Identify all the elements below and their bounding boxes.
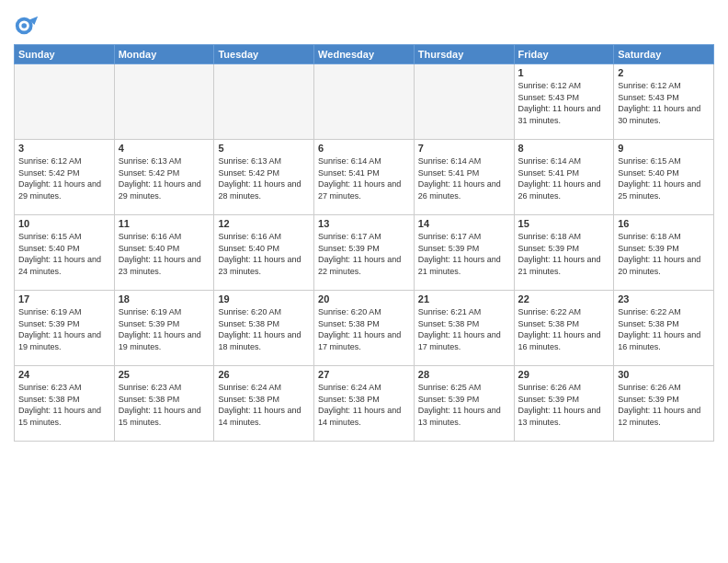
calendar-cell: 1Sunrise: 6:12 AMSunset: 5:43 PMDaylight… bbox=[514, 64, 614, 140]
day-number: 19 bbox=[218, 293, 310, 304]
weekday-header-saturday: Saturday bbox=[614, 45, 714, 64]
calendar-week-4: 17Sunrise: 6:19 AMSunset: 5:39 PMDayligh… bbox=[15, 291, 714, 366]
day-number: 16 bbox=[618, 218, 710, 229]
day-info: Sunrise: 6:20 AMSunset: 5:38 PMDaylight:… bbox=[318, 306, 410, 352]
calendar-cell: 27Sunrise: 6:24 AMSunset: 5:38 PMDayligh… bbox=[314, 366, 415, 442]
calendar-cell: 18Sunrise: 6:19 AMSunset: 5:39 PMDayligh… bbox=[114, 291, 214, 366]
day-info: Sunrise: 6:25 AMSunset: 5:39 PMDaylight:… bbox=[418, 382, 510, 428]
calendar-week-5: 24Sunrise: 6:23 AMSunset: 5:38 PMDayligh… bbox=[15, 366, 714, 442]
calendar-cell: 20Sunrise: 6:20 AMSunset: 5:38 PMDayligh… bbox=[314, 291, 415, 366]
calendar-cell: 19Sunrise: 6:20 AMSunset: 5:38 PMDayligh… bbox=[214, 291, 314, 366]
day-info: Sunrise: 6:18 AMSunset: 5:39 PMDaylight:… bbox=[518, 231, 610, 277]
day-number: 12 bbox=[218, 218, 310, 229]
calendar-cell: 21Sunrise: 6:21 AMSunset: 5:38 PMDayligh… bbox=[414, 291, 514, 366]
day-number: 14 bbox=[418, 218, 510, 229]
calendar-cell: 29Sunrise: 6:26 AMSunset: 5:39 PMDayligh… bbox=[514, 366, 614, 442]
day-number: 24 bbox=[18, 369, 110, 380]
logo bbox=[14, 13, 41, 39]
day-info: Sunrise: 6:24 AMSunset: 5:38 PMDaylight:… bbox=[318, 382, 410, 428]
day-info: Sunrise: 6:13 AMSunset: 5:42 PMDaylight:… bbox=[218, 155, 310, 201]
day-info: Sunrise: 6:19 AMSunset: 5:39 PMDaylight:… bbox=[18, 306, 110, 352]
day-number: 27 bbox=[318, 369, 410, 380]
calendar-cell: 10Sunrise: 6:15 AMSunset: 5:40 PMDayligh… bbox=[15, 215, 115, 291]
day-info: Sunrise: 6:14 AMSunset: 5:41 PMDaylight:… bbox=[418, 155, 510, 201]
calendar-cell: 13Sunrise: 6:17 AMSunset: 5:39 PMDayligh… bbox=[314, 215, 415, 291]
calendar-cell: 17Sunrise: 6:19 AMSunset: 5:39 PMDayligh… bbox=[15, 291, 115, 366]
weekday-header-sunday: Sunday bbox=[15, 45, 115, 64]
day-info: Sunrise: 6:15 AMSunset: 5:40 PMDaylight:… bbox=[618, 155, 710, 201]
weekday-header-thursday: Thursday bbox=[414, 45, 514, 64]
day-number: 3 bbox=[18, 143, 110, 154]
calendar-table: SundayMondayTuesdayWednesdayThursdayFrid… bbox=[14, 44, 714, 442]
page: SundayMondayTuesdayWednesdayThursdayFrid… bbox=[0, 0, 728, 563]
day-number: 28 bbox=[418, 369, 510, 380]
weekday-header-monday: Monday bbox=[114, 45, 214, 64]
day-info: Sunrise: 6:23 AMSunset: 5:38 PMDaylight:… bbox=[18, 382, 110, 428]
day-number: 6 bbox=[318, 143, 410, 154]
calendar-cell: 4Sunrise: 6:13 AMSunset: 5:42 PMDaylight… bbox=[114, 140, 214, 215]
calendar-cell bbox=[314, 64, 415, 140]
calendar-cell: 3Sunrise: 6:12 AMSunset: 5:42 PMDaylight… bbox=[15, 140, 115, 215]
calendar-cell bbox=[15, 64, 115, 140]
day-number: 5 bbox=[218, 143, 310, 154]
calendar-cell: 2Sunrise: 6:12 AMSunset: 5:43 PMDaylight… bbox=[614, 64, 714, 140]
day-number: 1 bbox=[518, 67, 610, 78]
day-info: Sunrise: 6:14 AMSunset: 5:41 PMDaylight:… bbox=[318, 155, 410, 201]
day-number: 8 bbox=[518, 143, 610, 154]
weekday-header-tuesday: Tuesday bbox=[214, 45, 314, 64]
day-number: 13 bbox=[318, 218, 410, 229]
day-info: Sunrise: 6:21 AMSunset: 5:38 PMDaylight:… bbox=[418, 306, 510, 352]
day-number: 23 bbox=[618, 293, 710, 304]
calendar-cell: 22Sunrise: 6:22 AMSunset: 5:38 PMDayligh… bbox=[514, 291, 614, 366]
calendar-cell: 14Sunrise: 6:17 AMSunset: 5:39 PMDayligh… bbox=[414, 215, 514, 291]
svg-point-2 bbox=[21, 23, 27, 29]
calendar-cell bbox=[114, 64, 214, 140]
day-info: Sunrise: 6:24 AMSunset: 5:38 PMDaylight:… bbox=[218, 382, 310, 428]
calendar-week-3: 10Sunrise: 6:15 AMSunset: 5:40 PMDayligh… bbox=[15, 215, 714, 291]
calendar-cell: 24Sunrise: 6:23 AMSunset: 5:38 PMDayligh… bbox=[15, 366, 115, 442]
weekday-header-wednesday: Wednesday bbox=[314, 45, 415, 64]
logo-icon bbox=[14, 13, 40, 39]
day-info: Sunrise: 6:16 AMSunset: 5:40 PMDaylight:… bbox=[218, 231, 310, 277]
day-number: 7 bbox=[418, 143, 510, 154]
calendar-header-row: SundayMondayTuesdayWednesdayThursdayFrid… bbox=[15, 45, 714, 64]
day-info: Sunrise: 6:12 AMSunset: 5:43 PMDaylight:… bbox=[518, 80, 610, 126]
calendar-cell: 5Sunrise: 6:13 AMSunset: 5:42 PMDaylight… bbox=[214, 140, 314, 215]
day-info: Sunrise: 6:19 AMSunset: 5:39 PMDaylight:… bbox=[119, 306, 210, 352]
day-number: 9 bbox=[618, 143, 710, 154]
day-number: 22 bbox=[518, 293, 610, 304]
calendar-week-1: 1Sunrise: 6:12 AMSunset: 5:43 PMDaylight… bbox=[15, 64, 714, 140]
calendar-cell bbox=[414, 64, 514, 140]
day-info: Sunrise: 6:23 AMSunset: 5:38 PMDaylight:… bbox=[119, 382, 210, 428]
calendar-cell: 26Sunrise: 6:24 AMSunset: 5:38 PMDayligh… bbox=[214, 366, 314, 442]
calendar-cell: 30Sunrise: 6:26 AMSunset: 5:39 PMDayligh… bbox=[614, 366, 714, 442]
day-info: Sunrise: 6:20 AMSunset: 5:38 PMDaylight:… bbox=[218, 306, 310, 352]
calendar-cell: 28Sunrise: 6:25 AMSunset: 5:39 PMDayligh… bbox=[414, 366, 514, 442]
calendar-cell: 11Sunrise: 6:16 AMSunset: 5:40 PMDayligh… bbox=[114, 215, 214, 291]
day-number: 17 bbox=[18, 293, 110, 304]
day-info: Sunrise: 6:14 AMSunset: 5:41 PMDaylight:… bbox=[518, 155, 610, 201]
day-number: 29 bbox=[518, 369, 610, 380]
day-number: 4 bbox=[119, 143, 210, 154]
day-number: 25 bbox=[119, 369, 210, 380]
calendar-cell: 25Sunrise: 6:23 AMSunset: 5:38 PMDayligh… bbox=[114, 366, 214, 442]
calendar-cell: 6Sunrise: 6:14 AMSunset: 5:41 PMDaylight… bbox=[314, 140, 415, 215]
day-info: Sunrise: 6:26 AMSunset: 5:39 PMDaylight:… bbox=[518, 382, 610, 428]
day-number: 21 bbox=[418, 293, 510, 304]
day-number: 20 bbox=[318, 293, 410, 304]
day-info: Sunrise: 6:12 AMSunset: 5:42 PMDaylight:… bbox=[18, 155, 110, 201]
day-info: Sunrise: 6:18 AMSunset: 5:39 PMDaylight:… bbox=[618, 231, 710, 277]
calendar-cell: 7Sunrise: 6:14 AMSunset: 5:41 PMDaylight… bbox=[414, 140, 514, 215]
header bbox=[14, 9, 714, 39]
weekday-header-friday: Friday bbox=[514, 45, 614, 64]
day-number: 15 bbox=[518, 218, 610, 229]
calendar-cell: 8Sunrise: 6:14 AMSunset: 5:41 PMDaylight… bbox=[514, 140, 614, 215]
calendar-cell: 23Sunrise: 6:22 AMSunset: 5:38 PMDayligh… bbox=[614, 291, 714, 366]
day-number: 26 bbox=[218, 369, 310, 380]
calendar-cell: 16Sunrise: 6:18 AMSunset: 5:39 PMDayligh… bbox=[614, 215, 714, 291]
day-info: Sunrise: 6:22 AMSunset: 5:38 PMDaylight:… bbox=[518, 306, 610, 352]
day-info: Sunrise: 6:17 AMSunset: 5:39 PMDaylight:… bbox=[318, 231, 410, 277]
calendar-cell: 9Sunrise: 6:15 AMSunset: 5:40 PMDaylight… bbox=[614, 140, 714, 215]
day-info: Sunrise: 6:16 AMSunset: 5:40 PMDaylight:… bbox=[119, 231, 210, 277]
calendar-cell: 12Sunrise: 6:16 AMSunset: 5:40 PMDayligh… bbox=[214, 215, 314, 291]
